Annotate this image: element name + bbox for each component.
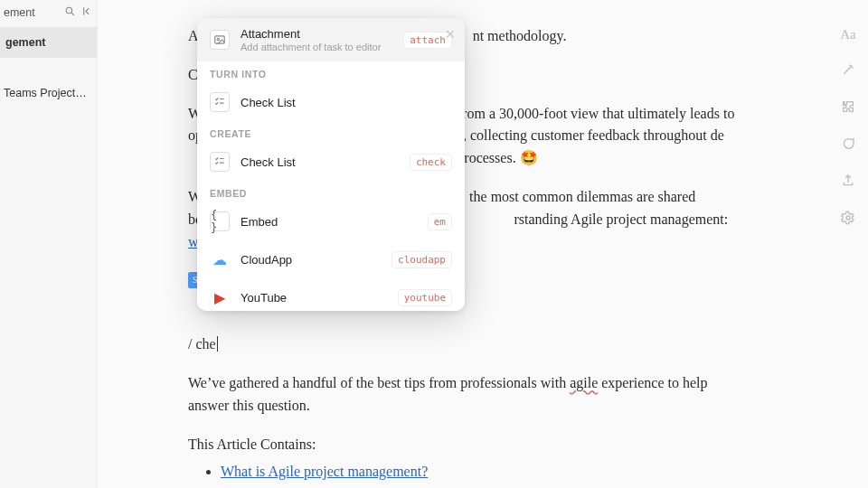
popover-item-title: Check List: [241, 96, 452, 109]
close-icon[interactable]: ✕: [445, 27, 456, 42]
svg-line-1: [71, 13, 74, 15]
svg-point-0: [66, 7, 72, 14]
sidebar-header-label: ement: [4, 6, 59, 19]
text: rstanding Agile project management:: [514, 211, 728, 227]
wand-icon[interactable]: [841, 62, 855, 80]
right-rail: Aa: [828, 0, 868, 488]
text: nt methodology.: [473, 28, 567, 43]
collapse-icon[interactable]: [81, 5, 93, 20]
popover-item-attachment[interactable]: Attachment Add attachment of task to edi…: [197, 18, 465, 61]
chat-icon[interactable]: [841, 136, 855, 154]
share-icon[interactable]: [841, 174, 855, 191]
gear-icon[interactable]: [841, 211, 855, 228]
checklist-icon: [210, 92, 230, 112]
text: We’ve gathered a handful of the best tip…: [188, 375, 570, 390]
embed-icon: { }: [210, 211, 230, 231]
cloud-icon: ☁︎: [210, 249, 230, 269]
svg-point-4: [217, 38, 219, 40]
slash-command-popover: ✕ Attachment Add attachment of task to e…: [197, 18, 465, 311]
svg-point-9: [846, 216, 850, 220]
slash-command-line[interactable]: / che: [188, 333, 738, 356]
spellcheck-squiggle: agile: [570, 375, 598, 390]
youtube-icon: ▶: [210, 287, 230, 307]
popover-section-create: CREATE: [197, 121, 465, 143]
sidebar-item-teams-project[interactable]: Teams Project…: [0, 78, 97, 108]
toc-link-1[interactable]: What is Agile project management?: [221, 464, 428, 479]
popover-section-turn-into: TURN INTO: [197, 61, 465, 83]
text-style-button[interactable]: Aa: [840, 27, 856, 42]
sidebar-header: ement: [0, 0, 97, 27]
emoji-starstruck: 🤩: [520, 150, 538, 165]
popover-section-embed: EMBED: [197, 181, 465, 202]
popover-item-youtube[interactable]: ▶ YouTube youtube: [197, 278, 465, 311]
popover-item-shortcut: cloudapp: [392, 251, 452, 268]
popover-item-shortcut: em: [428, 213, 452, 230]
checklist-icon: [210, 152, 230, 172]
popover-item-body: Attachment Add attachment of task to edi…: [241, 27, 392, 52]
popover-item-shortcut: check: [410, 154, 452, 171]
popover-item-title: CloudApp: [241, 253, 381, 267]
image-icon: [210, 30, 230, 50]
popover-item-title: Check List: [241, 155, 399, 169]
popover-item-cloudapp[interactable]: ☁︎ CloudApp cloudapp: [197, 240, 465, 278]
popover-item-title: Embed: [241, 215, 417, 229]
toc-list: What is Agile project management? When y…: [221, 461, 738, 488]
list-item: What is Agile project management?: [221, 461, 738, 483]
paragraph: We’ve gathered a handful of the best tip…: [188, 372, 738, 418]
popover-item-checklist-create[interactable]: Check List check: [197, 143, 465, 181]
popover-item-title: Attachment: [241, 27, 392, 41]
popover-item-embed[interactable]: { } Embed em: [197, 202, 465, 240]
slash-input-text[interactable]: / che: [188, 336, 218, 352]
search-icon[interactable]: [64, 5, 76, 20]
puzzle-icon[interactable]: [841, 99, 855, 117]
popover-item-title: YouTube: [241, 291, 387, 305]
popover-item-checklist-turn[interactable]: Check List: [197, 83, 465, 121]
text: , collecting customer feedback throughou…: [463, 127, 724, 143]
toc-heading: This Article Contains:: [188, 434, 738, 456]
sidebar: ement gement Teams Project…: [0, 0, 98, 488]
popover-item-subtitle: Add attachment of task to editor: [241, 42, 392, 52]
sidebar-item-active[interactable]: gement: [0, 27, 97, 58]
popover-item-shortcut: youtube: [398, 289, 452, 306]
